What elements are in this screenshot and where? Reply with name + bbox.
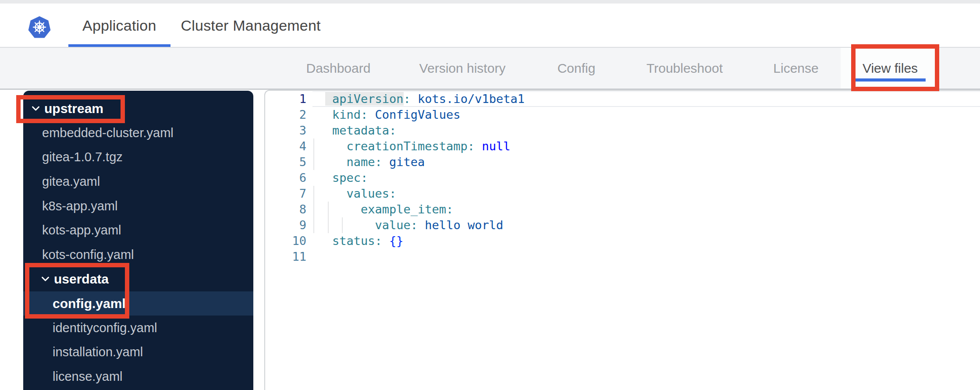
token-key: metadata	[332, 124, 389, 137]
app-subnav: DashboardVersion historyConfigTroublesho…	[0, 47, 980, 90]
top-tab-application[interactable]: Application	[82, 4, 156, 47]
token-key: apiVersion	[332, 92, 404, 106]
token-key: creationTimestamp	[347, 139, 468, 153]
token-string: kots.io/v1beta1	[418, 92, 525, 106]
indent-guide	[328, 217, 329, 233]
line-number: 9	[265, 217, 312, 233]
tab-version-history[interactable]: Version history	[419, 48, 506, 89]
token-key: example_item	[361, 202, 446, 216]
token-punc: :	[361, 108, 368, 121]
indent-guide	[313, 202, 314, 217]
token-string: ConfigValues	[375, 108, 461, 121]
tab-troubleshoot[interactable]: Troubleshoot	[646, 48, 723, 89]
token-punc: :	[389, 124, 396, 137]
tree-item-label: gitea-1.0.7.tgz	[42, 150, 123, 164]
primary-tabs: ApplicationCluster Management	[82, 4, 321, 47]
code-line: 5 name: gitea	[265, 154, 980, 170]
token-plain	[332, 202, 361, 216]
line-number: 6	[265, 170, 312, 186]
code-line: 4 creationTimestamp: null	[265, 138, 980, 154]
token-punc: :	[361, 171, 368, 184]
tab-view-files[interactable]: View files	[841, 48, 940, 89]
indent-guide	[313, 154, 314, 170]
code-line-content: creationTimestamp: null	[312, 138, 980, 154]
line-number: 8	[265, 202, 312, 217]
token-string: gitea	[389, 155, 425, 169]
window-top-strip	[0, 0, 980, 4]
tree-file-license-yaml[interactable]: license.yaml	[23, 365, 253, 389]
token-keyword: null	[482, 139, 510, 153]
indent-guide	[313, 186, 314, 202]
code-line-content: example_item:	[312, 202, 980, 217]
tab-dashboard[interactable]: Dashboard	[306, 48, 371, 89]
line-number: 5	[265, 154, 312, 170]
token-plain	[382, 234, 389, 248]
code-line: 8 example_item:	[265, 202, 980, 217]
token-key: status	[332, 234, 375, 248]
token-plain	[332, 187, 347, 200]
token-key: spec	[332, 171, 361, 184]
tree-folder-upstream[interactable]: upstream	[23, 96, 253, 121]
token-key: value	[375, 218, 411, 232]
line-number: 10	[265, 233, 312, 249]
tree-item-label: embedded-cluster.yaml	[42, 126, 174, 140]
code-line-content: name: gitea	[312, 154, 980, 170]
token-key: kind	[332, 108, 361, 121]
token-punc: :	[375, 234, 382, 248]
tree-folder-userdata[interactable]: userdata	[23, 267, 253, 291]
file-tree-sidebar: upstreamembedded-cluster.yamlgitea-1.0.7…	[23, 91, 253, 390]
code-line-content: value: hello world	[312, 217, 980, 233]
token-key: values	[347, 187, 390, 200]
code-line-content	[312, 249, 980, 265]
tab-license[interactable]: License	[773, 48, 818, 89]
tree-file-identityconfig-yaml[interactable]: identityconfig.yaml	[23, 316, 253, 340]
chevron-down-icon	[41, 276, 50, 282]
tree-item-label: k8s-app.yaml	[42, 199, 117, 213]
tab-config[interactable]: Config	[557, 48, 596, 89]
tree-file-installation-yaml[interactable]: installation.yaml	[23, 340, 253, 365]
tree-item-label: userdata	[54, 272, 109, 287]
code-line: 7 values:	[265, 186, 980, 202]
code-line-content: values:	[312, 186, 980, 202]
token-bracket: {}	[389, 234, 404, 248]
tree-item-label: kots-config.yaml	[42, 248, 134, 262]
code-line: 6spec:	[265, 170, 980, 186]
kubernetes-logo-icon[interactable]	[28, 16, 51, 39]
code-line: 2kind: ConfigValues	[265, 107, 980, 123]
code-line: 9 value: hello world	[265, 217, 980, 233]
line-number: 11	[265, 249, 312, 265]
tree-file-kots-config-yaml[interactable]: kots-config.yaml	[23, 243, 253, 267]
tree-file-kots-app-yaml[interactable]: kots-app.yaml	[23, 218, 253, 243]
yaml-editor[interactable]: 1apiVersion: kots.io/v1beta12kind: Confi…	[264, 90, 980, 390]
indent-guide	[313, 138, 314, 154]
tree-file-gitea-1-0-7-tgz[interactable]: gitea-1.0.7.tgz	[23, 145, 253, 170]
token-string: hello world	[425, 218, 503, 232]
tree-item-label: installation.yaml	[53, 345, 143, 359]
token-key: name	[347, 155, 375, 169]
app-header: ApplicationCluster Management	[0, 4, 980, 47]
code-line-content: status: {}	[312, 233, 980, 249]
line-number: 3	[265, 123, 312, 138]
token-punc: :	[468, 139, 475, 153]
tree-file-embedded-cluster-yaml[interactable]: embedded-cluster.yaml	[23, 121, 253, 145]
tree-item-label: config.yaml	[53, 296, 126, 311]
top-tab-cluster-management[interactable]: Cluster Management	[181, 4, 321, 47]
line-number: 7	[265, 186, 312, 202]
token-punc: :	[446, 202, 453, 216]
chevron-down-icon	[32, 106, 40, 111]
code-line-content: metadata:	[312, 123, 980, 138]
token-plain	[475, 139, 482, 153]
token-plain	[332, 218, 375, 232]
tree-file-gitea-yaml[interactable]: gitea.yaml	[23, 170, 253, 194]
code-line-content: apiVersion: kots.io/v1beta1	[312, 91, 980, 107]
code-line-content: kind: ConfigValues	[312, 107, 980, 123]
tree-item-label: identityconfig.yaml	[53, 321, 157, 335]
tree-file-config-yaml[interactable]: config.yaml	[23, 291, 253, 316]
code-line: 1apiVersion: kots.io/v1beta1	[265, 91, 980, 107]
line-number: 2	[265, 107, 312, 123]
tree-file-k8s-app-yaml[interactable]: k8s-app.yaml	[23, 194, 253, 218]
indent-guide	[328, 202, 329, 217]
tree-item-label: gitea.yaml	[42, 174, 100, 189]
code-line: 11	[265, 249, 980, 265]
token-plain	[418, 218, 425, 232]
